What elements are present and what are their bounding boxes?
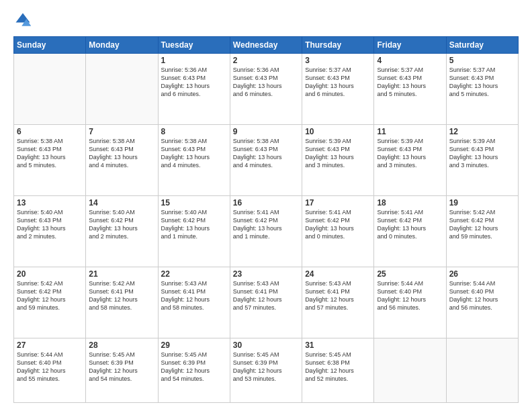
page: SundayMondayTuesdayWednesdayThursdayFrid… (0, 0, 532, 411)
weekday-header-row: SundayMondayTuesdayWednesdayThursdayFrid… (14, 37, 519, 54)
day-info: Sunrise: 5:42 AM Sunset: 6:41 PM Dayligh… (89, 279, 154, 312)
day-number: 18 (377, 198, 443, 208)
weekday-header: Tuesday (158, 37, 230, 54)
day-info: Sunrise: 5:43 AM Sunset: 6:41 PM Dayligh… (233, 279, 299, 312)
day-info: Sunrise: 5:44 AM Sunset: 6:40 PM Dayligh… (449, 279, 515, 312)
calendar-cell: 6Sunrise: 5:38 AM Sunset: 6:43 PM Daylig… (14, 124, 86, 195)
day-number: 27 (17, 340, 83, 350)
day-info: Sunrise: 5:38 AM Sunset: 6:43 PM Dayligh… (17, 137, 83, 170)
day-number: 30 (233, 340, 299, 350)
calendar-cell: 26Sunrise: 5:44 AM Sunset: 6:40 PM Dayli… (446, 267, 518, 338)
day-info: Sunrise: 5:38 AM Sunset: 6:43 PM Dayligh… (233, 137, 299, 170)
day-info: Sunrise: 5:42 AM Sunset: 6:42 PM Dayligh… (449, 208, 515, 241)
calendar-cell: 22Sunrise: 5:43 AM Sunset: 6:41 PM Dayli… (158, 267, 230, 338)
day-info: Sunrise: 5:45 AM Sunset: 6:39 PM Dayligh… (89, 351, 154, 383)
calendar-cell: 13Sunrise: 5:40 AM Sunset: 6:43 PM Dayli… (14, 195, 86, 267)
day-info: Sunrise: 5:45 AM Sunset: 6:39 PM Dayligh… (233, 351, 299, 383)
day-number: 15 (161, 198, 227, 208)
calendar-cell: 1Sunrise: 5:36 AM Sunset: 6:43 PM Daylig… (158, 54, 230, 125)
day-info: Sunrise: 5:38 AM Sunset: 6:43 PM Dayligh… (89, 137, 154, 170)
day-number: 1 (161, 56, 227, 65)
calendar-cell: 15Sunrise: 5:40 AM Sunset: 6:42 PM Dayli… (158, 195, 230, 267)
day-info: Sunrise: 5:40 AM Sunset: 6:43 PM Dayligh… (17, 208, 83, 241)
weekday-header: Wednesday (230, 37, 302, 54)
day-number: 12 (449, 127, 515, 136)
calendar-cell: 29Sunrise: 5:45 AM Sunset: 6:39 PM Dayli… (158, 338, 230, 402)
calendar-cell: 14Sunrise: 5:40 AM Sunset: 6:42 PM Dayli… (86, 195, 158, 267)
calendar-cell (14, 54, 86, 125)
day-info: Sunrise: 5:40 AM Sunset: 6:42 PM Dayligh… (89, 208, 154, 241)
calendar-week-row: 20Sunrise: 5:42 AM Sunset: 6:42 PM Dayli… (14, 267, 519, 338)
calendar-cell: 7Sunrise: 5:38 AM Sunset: 6:43 PM Daylig… (86, 124, 158, 195)
day-info: Sunrise: 5:37 AM Sunset: 6:43 PM Dayligh… (449, 66, 515, 99)
day-info: Sunrise: 5:40 AM Sunset: 6:42 PM Dayligh… (161, 208, 227, 241)
calendar-cell: 17Sunrise: 5:41 AM Sunset: 6:42 PM Dayli… (302, 195, 374, 267)
calendar-week-row: 27Sunrise: 5:44 AM Sunset: 6:40 PM Dayli… (14, 338, 519, 402)
weekday-header: Sunday (14, 37, 86, 54)
day-number: 23 (233, 269, 299, 279)
calendar-cell: 19Sunrise: 5:42 AM Sunset: 6:42 PM Dayli… (446, 195, 518, 267)
calendar-cell: 16Sunrise: 5:41 AM Sunset: 6:42 PM Dayli… (230, 195, 302, 267)
calendar-cell: 20Sunrise: 5:42 AM Sunset: 6:42 PM Dayli… (14, 267, 86, 338)
calendar-cell: 21Sunrise: 5:42 AM Sunset: 6:41 PM Dayli… (86, 267, 158, 338)
day-number: 8 (161, 127, 227, 136)
day-number: 31 (305, 340, 371, 350)
calendar-cell: 3Sunrise: 5:37 AM Sunset: 6:43 PM Daylig… (302, 54, 374, 125)
calendar-cell: 23Sunrise: 5:43 AM Sunset: 6:41 PM Dayli… (230, 267, 302, 338)
day-number: 19 (449, 198, 515, 208)
day-info: Sunrise: 5:43 AM Sunset: 6:41 PM Dayligh… (161, 279, 227, 312)
day-number: 21 (89, 269, 154, 279)
logo (13, 11, 35, 30)
day-number: 28 (89, 340, 154, 350)
day-number: 24 (305, 269, 371, 279)
day-number: 29 (161, 340, 227, 350)
day-info: Sunrise: 5:41 AM Sunset: 6:42 PM Dayligh… (305, 208, 371, 241)
calendar-cell: 25Sunrise: 5:44 AM Sunset: 6:40 PM Dayli… (374, 267, 446, 338)
day-info: Sunrise: 5:45 AM Sunset: 6:39 PM Dayligh… (161, 351, 227, 383)
day-number: 5 (449, 56, 515, 65)
day-number: 16 (233, 198, 299, 208)
day-number: 26 (449, 269, 515, 279)
day-info: Sunrise: 5:37 AM Sunset: 6:43 PM Dayligh… (305, 66, 371, 99)
day-number: 17 (305, 198, 371, 208)
day-info: Sunrise: 5:41 AM Sunset: 6:42 PM Dayligh… (377, 208, 443, 241)
day-info: Sunrise: 5:42 AM Sunset: 6:42 PM Dayligh… (17, 279, 83, 312)
calendar-cell: 24Sunrise: 5:43 AM Sunset: 6:41 PM Dayli… (302, 267, 374, 338)
day-number: 7 (89, 127, 154, 136)
day-number: 20 (17, 269, 83, 279)
logo-icon (13, 11, 32, 30)
weekday-header: Saturday (446, 37, 518, 54)
calendar-week-row: 13Sunrise: 5:40 AM Sunset: 6:43 PM Dayli… (14, 195, 519, 267)
day-number: 6 (17, 127, 83, 136)
day-info: Sunrise: 5:41 AM Sunset: 6:42 PM Dayligh… (233, 208, 299, 241)
calendar-cell: 28Sunrise: 5:45 AM Sunset: 6:39 PM Dayli… (86, 338, 158, 402)
day-number: 25 (377, 269, 443, 279)
day-info: Sunrise: 5:39 AM Sunset: 6:43 PM Dayligh… (377, 137, 443, 170)
calendar-table: SundayMondayTuesdayWednesdayThursdayFrid… (13, 36, 519, 403)
day-info: Sunrise: 5:36 AM Sunset: 6:43 PM Dayligh… (161, 66, 227, 99)
day-number: 2 (233, 56, 299, 65)
calendar-cell: 12Sunrise: 5:39 AM Sunset: 6:43 PM Dayli… (446, 124, 518, 195)
calendar-cell: 4Sunrise: 5:37 AM Sunset: 6:43 PM Daylig… (374, 54, 446, 125)
day-number: 14 (89, 198, 154, 208)
calendar-cell: 9Sunrise: 5:38 AM Sunset: 6:43 PM Daylig… (230, 124, 302, 195)
calendar-cell: 11Sunrise: 5:39 AM Sunset: 6:43 PM Dayli… (374, 124, 446, 195)
calendar-cell: 30Sunrise: 5:45 AM Sunset: 6:39 PM Dayli… (230, 338, 302, 402)
calendar-cell (86, 54, 158, 125)
day-info: Sunrise: 5:39 AM Sunset: 6:43 PM Dayligh… (305, 137, 371, 170)
calendar-cell: 8Sunrise: 5:38 AM Sunset: 6:43 PM Daylig… (158, 124, 230, 195)
weekday-header: Monday (86, 37, 158, 54)
weekday-header: Thursday (302, 37, 374, 54)
day-info: Sunrise: 5:45 AM Sunset: 6:38 PM Dayligh… (305, 351, 371, 383)
day-number: 3 (305, 56, 371, 65)
calendar-cell: 5Sunrise: 5:37 AM Sunset: 6:43 PM Daylig… (446, 54, 518, 125)
day-info: Sunrise: 5:43 AM Sunset: 6:41 PM Dayligh… (305, 279, 371, 312)
calendar-cell (374, 338, 446, 402)
calendar-cell: 2Sunrise: 5:36 AM Sunset: 6:43 PM Daylig… (230, 54, 302, 125)
day-number: 11 (377, 127, 443, 136)
calendar-cell (446, 338, 518, 402)
day-info: Sunrise: 5:44 AM Sunset: 6:40 PM Dayligh… (377, 279, 443, 312)
day-info: Sunrise: 5:37 AM Sunset: 6:43 PM Dayligh… (377, 66, 443, 99)
header (13, 11, 519, 30)
calendar-cell: 27Sunrise: 5:44 AM Sunset: 6:40 PM Dayli… (14, 338, 86, 402)
